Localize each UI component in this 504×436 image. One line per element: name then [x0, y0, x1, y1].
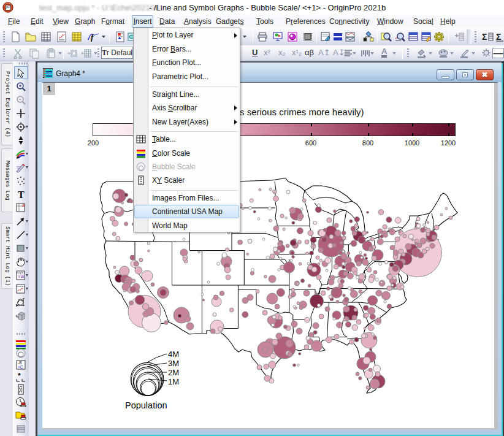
svg-text:+C: +C	[18, 365, 23, 369]
svg-text:Population: Population	[125, 400, 167, 410]
svg-text:a: a	[22, 202, 25, 208]
svg-text:T: T	[18, 189, 25, 200]
svg-text:1M: 1M	[168, 377, 179, 386]
svg-text:-B: -B	[18, 361, 22, 365]
svg-text:f: f	[91, 33, 94, 42]
svg-text:Σ: Σ	[496, 32, 501, 42]
svg-text:√a: √a	[18, 273, 24, 279]
svg-text:Σ: Σ	[482, 32, 487, 42]
svg-text:2M: 2M	[168, 368, 179, 377]
svg-text:*: *	[18, 372, 21, 380]
svg-text:4M: 4M	[168, 350, 179, 359]
svg-text:3M: 3M	[168, 359, 179, 368]
